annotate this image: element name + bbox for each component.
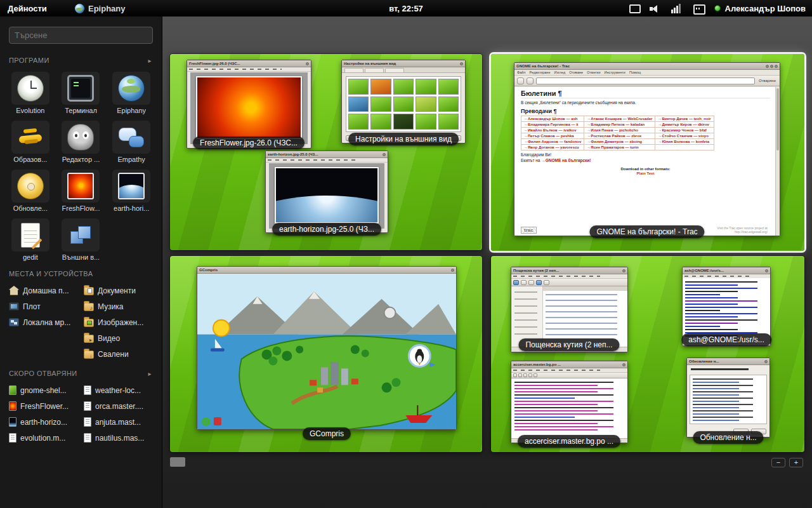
places-column-right: Документи Музика Изображен... Видео	[81, 283, 156, 362]
folder-pane	[511, 286, 543, 347]
table-cell: →Ясен Праматаров — turin	[584, 145, 655, 150]
window-label: Настройки на външния вид	[348, 133, 459, 145]
window-title: FreshFlower.jpg-26.0 (ЧЗС...	[189, 62, 304, 65]
place-item[interactable]: Изображен...	[81, 314, 156, 330]
package-line	[693, 413, 739, 415]
menu-item: Редактиране	[530, 70, 551, 74]
app-item[interactable]: FreshFlow...	[56, 168, 107, 213]
recent-item[interactable]: anjuta.mast...	[81, 414, 156, 430]
menu-item: Инструменти	[605, 70, 625, 74]
table-cell: →Ивайло Вълков — ivalkov	[521, 128, 584, 133]
add-workspace-button[interactable]: +	[789, 458, 803, 467]
network-icon	[9, 318, 19, 326]
place-item[interactable]: Документи	[81, 283, 156, 298]
recent-item[interactable]: evolution.m...	[6, 430, 81, 446]
close-icon	[764, 360, 768, 363]
table-cell: →Илия Пенев — picholicho	[584, 128, 655, 133]
app-item[interactable]: Образов...	[5, 119, 56, 164]
window-titlebar: GNOME на български! - Trac	[514, 63, 780, 70]
recent-section-header: СКОРО ОТВАРЯНИ ▸	[0, 362, 162, 381]
window-epiphany-trac[interactable]: GNOME на български! - Trac ФайлРедактира…	[514, 62, 780, 236]
search-input[interactable]	[9, 27, 153, 44]
app-item[interactable]: Empathy	[106, 119, 157, 164]
display-icon[interactable]	[628, 4, 639, 13]
app-item[interactable]: Evolution	[5, 70, 56, 116]
app-item[interactable]: Редактор ...	[56, 119, 107, 164]
place-item[interactable]: Видео	[81, 330, 156, 346]
window-title: ash@GNOME:/usr/s...	[684, 269, 764, 272]
editor-text-line	[514, 420, 613, 421]
recent-item[interactable]: nautilus.mas...	[81, 430, 156, 446]
app-label: Epiphany	[117, 107, 146, 114]
network-signal-icon[interactable]	[671, 4, 683, 13]
app-menu[interactable]: Epiphany	[75, 0, 126, 17]
window-software-update[interactable]: Обновление н...	[686, 358, 770, 438]
workspace-1[interactable]: FreshFlower.jpg-26.0 (ЧЗС... FreshFlower…	[170, 54, 482, 250]
app-item[interactable]: Обновле...	[5, 168, 56, 213]
table-cell: →Филип Димитров — xboing	[584, 139, 655, 145]
recent-item[interactable]: weather-loc...	[81, 382, 156, 398]
window-title: Пощенска кутия (2 неп...	[513, 269, 621, 272]
table-cell: →Петър Славов — peshka	[521, 133, 584, 139]
window-label: Обновление н...	[693, 431, 763, 444]
trac-logo: trac	[521, 227, 537, 234]
gnome-bg-link: →GNOME на български!	[541, 158, 591, 163]
download-formats-label: Download in other formats:	[521, 167, 770, 171]
keyboard-indicator-icon[interactable]	[693, 4, 704, 13]
workspace-4[interactable]: Пощенска кутия (2 неп... Пощенска кутия …	[491, 256, 804, 452]
workspace-3[interactable]: GCompris	[170, 256, 482, 452]
recent-item[interactable]: orca.master....	[81, 398, 156, 414]
desktop-icon	[9, 302, 19, 311]
app-item[interactable]: Терминал	[56, 70, 107, 116]
place-item[interactable]: Локална мр...	[6, 314, 81, 330]
menu-item: Отметки	[587, 70, 600, 74]
app-item[interactable]: Epiphany	[106, 70, 157, 116]
place-label: Изображен...	[98, 318, 143, 327]
file-text-icon	[84, 401, 91, 411]
app-item[interactable]: gedit	[5, 217, 56, 262]
recent-expander-icon[interactable]: ▸	[148, 370, 152, 377]
wallpaper-thumb	[393, 114, 414, 130]
user-menu[interactable]: Александър Шопов	[714, 4, 806, 13]
recent-item[interactable]: FreshFlower...	[6, 398, 81, 414]
terminal-text-line	[685, 304, 738, 305]
place-item[interactable]: Свалени	[81, 346, 156, 362]
downloads-folder-icon	[84, 351, 94, 359]
editor-text-line	[514, 423, 598, 424]
window-gedit-accerciser[interactable]: accerciser.master.bg.po ...	[511, 361, 628, 443]
app-item[interactable]: earth-hori...	[106, 168, 157, 213]
workspace-2-active[interactable]: GNOME на български! - Trac ФайлРедактира…	[491, 54, 804, 251]
activities-button[interactable]: Дейности	[0, 0, 55, 17]
place-item[interactable]: Домашна п...	[6, 283, 81, 298]
place-item[interactable]: Плот	[6, 298, 81, 314]
recent-item[interactable]: gnome-shel...	[6, 382, 81, 398]
programs-expander-icon[interactable]: ▸	[148, 57, 152, 64]
user-status-available-icon	[714, 5, 721, 11]
browser-toolbar: Отваряне	[514, 76, 780, 86]
volume-icon[interactable]	[650, 4, 661, 13]
window-appearance-settings[interactable]: Настройки на външния вид	[341, 60, 466, 144]
app-label: gedit	[23, 253, 38, 261]
app-tile	[11, 121, 49, 154]
scrollbar	[775, 87, 780, 236]
app-item[interactable]: Външни в...	[56, 217, 107, 262]
place-item[interactable]: Музика	[81, 298, 156, 314]
remove-workspace-button[interactable]: −	[771, 458, 785, 467]
window-gcompris[interactable]: GCompris	[197, 266, 457, 430]
recent-list: gnome-shel... FreshFlower... earth-horiz…	[0, 381, 162, 446]
app-tile	[11, 218, 49, 251]
table-cell: →Александър Шопов — ash	[521, 116, 584, 122]
recent-item[interactable]: earth-horizo...	[6, 414, 81, 430]
recent-label: nautilus.mas...	[95, 434, 144, 443]
app-tile	[62, 121, 100, 154]
app-label: Обновле...	[13, 204, 48, 212]
window-gimp-freshflower[interactable]: FreshFlower.jpg-26.0 (ЧЗС...	[187, 60, 311, 149]
mail-panes	[511, 286, 627, 347]
clock[interactable]: вт, 22:57	[389, 0, 423, 17]
app-label: earth-hori...	[114, 204, 149, 212]
window-gimp-earth[interactable]: earth-horizon.jpg-25.0 (ЧЗ...	[265, 150, 388, 233]
documents-folder-icon	[84, 287, 94, 295]
editor-text-line	[514, 394, 613, 396]
close-icon	[775, 65, 778, 68]
window-title: accerciser.master.bg.po ...	[513, 363, 621, 366]
